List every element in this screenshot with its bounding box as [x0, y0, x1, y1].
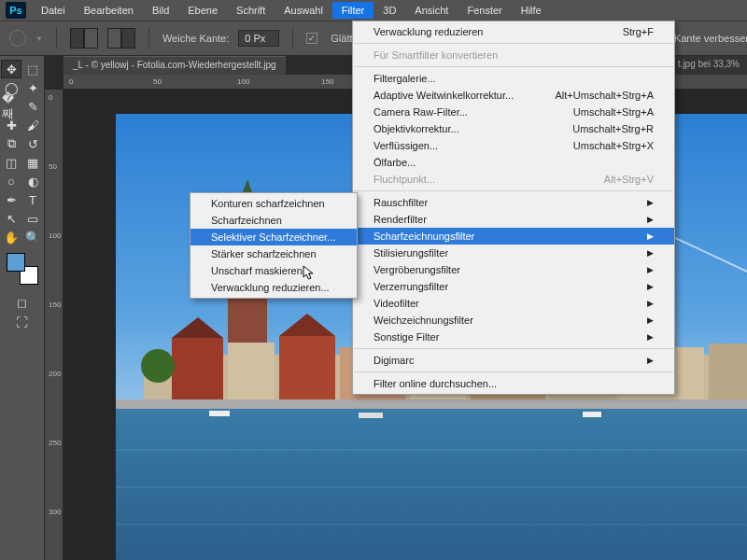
menuitem-verfl-ssigen-[interactable]: Verflüssigen...Umschalt+Strg+X: [353, 137, 674, 154]
ruler-vertical: 050100150200250300: [45, 90, 63, 560]
svg-point-19: [141, 349, 175, 383]
selection-mode-swatch-2[interactable]: [107, 28, 135, 49]
menu-3d[interactable]: 3D: [374, 2, 405, 19]
menuitem-weichzeichnungsfilter[interactable]: Weichzeichnungsfilter▶: [353, 312, 674, 329]
svg-rect-8: [172, 338, 223, 405]
dropdown-icon[interactable]: ▼: [35, 35, 43, 43]
shape-tool[interactable]: ▭: [22, 209, 43, 228]
menu-ebene[interactable]: Ebene: [178, 2, 227, 19]
eraser-tool[interactable]: ◫: [1, 153, 21, 172]
menuitem-camera-raw-filter-[interactable]: Camera Raw-Filter...Umschalt+Strg+A: [353, 104, 674, 120]
svg-rect-23: [209, 411, 230, 416]
hand-tool[interactable]: ✋: [1, 228, 21, 246]
menubar: Ps DateiBearbeitenBildEbeneSchriftAuswah…: [0, 0, 747, 21]
menu-bearbeiten[interactable]: Bearbeiten: [75, 2, 143, 19]
svg-rect-10: [228, 343, 275, 405]
menuitem-filtergalerie-[interactable]: Filtergalerie...: [353, 70, 674, 87]
menu-hilfe[interactable]: Hilfe: [512, 2, 551, 19]
sharpen-submenu[interactable]: Konturen scharfzeichnenScharfzeichnenSel…: [190, 192, 358, 299]
menuitem-sonstige-filter[interactable]: Sonstige Filter▶: [353, 329, 674, 345]
menu-bild[interactable]: Bild: [143, 2, 178, 19]
menuitem-videofilter[interactable]: Videofilter▶: [353, 295, 674, 312]
marquee-tool[interactable]: ⬚: [22, 60, 43, 78]
filter-menu[interactable]: Verwacklung reduzierenStrg+FFür Smartfil…: [352, 21, 675, 395]
gradient-tool[interactable]: ▦: [22, 153, 43, 172]
menu-fenster[interactable]: Fenster: [458, 2, 511, 19]
zoom-tool[interactable]: 🔍: [22, 228, 43, 246]
svg-rect-24: [359, 413, 383, 418]
menuitem--lfarbe-[interactable]: Ölfarbe...: [353, 154, 674, 171]
antialias-label: Glätt: [331, 33, 352, 44]
menu-ansicht[interactable]: Ansicht: [405, 2, 458, 19]
menuitem-digimarc[interactable]: Digimarc▶: [353, 352, 674, 369]
crop-tool[interactable]: �째: [1, 97, 21, 116]
submenuitem-konturen-scharfzeichnen[interactable]: Konturen scharfzeichnen: [190, 195, 357, 212]
heal-tool[interactable]: ✚: [1, 116, 21, 134]
svg-rect-18: [709, 343, 747, 405]
svg-rect-11: [279, 336, 335, 405]
antialias-checkbox[interactable]: ✓: [306, 33, 317, 44]
menuitem-adaptive-weitwinkelkorrektur-[interactable]: Adaptive Weitwinkelkorrektur...Alt+Umsch…: [353, 87, 674, 104]
submenuitem-st-rker-scharfzeichnen[interactable]: Stärker scharfzeichnen: [190, 245, 357, 262]
menuitem-vergr-berungsfilter[interactable]: Vergröberungsfilter▶: [353, 261, 674, 278]
wand-tool[interactable]: ✦: [22, 78, 43, 97]
toolbox: ✥⬚◯✦�째✎✚🖌⧉↺◫▦○◐✒T↖▭✋🔍 ◻ ⛶: [0, 56, 45, 560]
document-tab[interactable]: _L - © yellowj - Fotolia.com-Wiederherge…: [63, 56, 286, 75]
app-logo: Ps: [6, 2, 26, 19]
color-picker[interactable]: [7, 253, 38, 285]
svg-rect-2: [116, 403, 747, 560]
feather-label: Weiche Kante:: [162, 33, 229, 44]
move-tool[interactable]: ✥: [1, 60, 21, 78]
pen-tool[interactable]: ✒: [1, 190, 21, 209]
stamp-tool[interactable]: ⧉: [1, 134, 21, 153]
blur-tool[interactable]: ○: [1, 172, 21, 190]
menuitem-verwacklung-reduzieren[interactable]: Verwacklung reduzierenStrg+F: [353, 23, 674, 40]
history-tool[interactable]: ↺: [22, 134, 43, 153]
svg-rect-25: [583, 412, 601, 417]
menu-filter[interactable]: Filter: [332, 2, 374, 19]
marquee-tool-icon[interactable]: [9, 30, 26, 47]
menuitem-objektivkorrektur-[interactable]: Objektivkorrektur...Umschalt+Strg+R: [353, 120, 674, 137]
menuitem-fluchtpunkt-: Fluchtpunkt...Alt+Strg+V: [353, 171, 674, 188]
menuitem-renderfilter[interactable]: Renderfilter▶: [353, 211, 674, 228]
menuitem-filter-online-durchsuchen-[interactable]: Filter online durchsuchen...: [353, 375, 674, 392]
menu-datei[interactable]: Datei: [32, 2, 75, 19]
submenuitem-unscharf-maskieren-[interactable]: Unscharf maskieren...: [190, 262, 357, 279]
quickmask-icon[interactable]: ◻: [12, 293, 33, 312]
selection-mode-swatch[interactable]: [70, 28, 98, 49]
brush-tool[interactable]: 🖌: [22, 116, 43, 134]
document-tab-2[interactable]: t.jpg bei 33,3%: [670, 56, 747, 75]
submenuitem-selektiver-scharfzeichner-[interactable]: Selektiver Scharfzeichner...: [190, 229, 357, 245]
submenuitem-verwacklung-reduzieren-[interactable]: Verwacklung reduzieren...: [190, 279, 357, 296]
menuitem-f-r-smartfilter-konvertieren: Für Smartfilter konvertieren: [353, 47, 674, 63]
dodge-tool[interactable]: ◐: [22, 172, 43, 190]
menuitem-rauschfilter[interactable]: Rauschfilter▶: [353, 194, 674, 211]
refine-edge-label[interactable]: Kante verbesser: [674, 33, 747, 44]
menuitem-stilisierungsfilter[interactable]: Stilisierungsfilter▶: [353, 245, 674, 261]
svg-rect-22: [116, 399, 747, 409]
menuitem-scharfzeichnungsfilter[interactable]: Scharfzeichnungsfilter▶: [353, 228, 674, 245]
menu-auswahl[interactable]: Auswahl: [275, 2, 332, 19]
foreground-color-swatch[interactable]: [7, 253, 25, 272]
submenuitem-scharfzeichnen[interactable]: Scharfzeichnen: [190, 212, 357, 229]
type-tool[interactable]: T: [22, 190, 43, 209]
menu-schrift[interactable]: Schrift: [227, 2, 275, 19]
screenmode-icon[interactable]: ⛶: [12, 313, 33, 331]
menuitem-verzerrungsfilter[interactable]: Verzerrungsfilter▶: [353, 278, 674, 295]
eyedrop-tool[interactable]: ✎: [22, 97, 43, 116]
feather-input[interactable]: 0 Px: [238, 30, 279, 47]
path-tool[interactable]: ↖: [1, 209, 21, 228]
